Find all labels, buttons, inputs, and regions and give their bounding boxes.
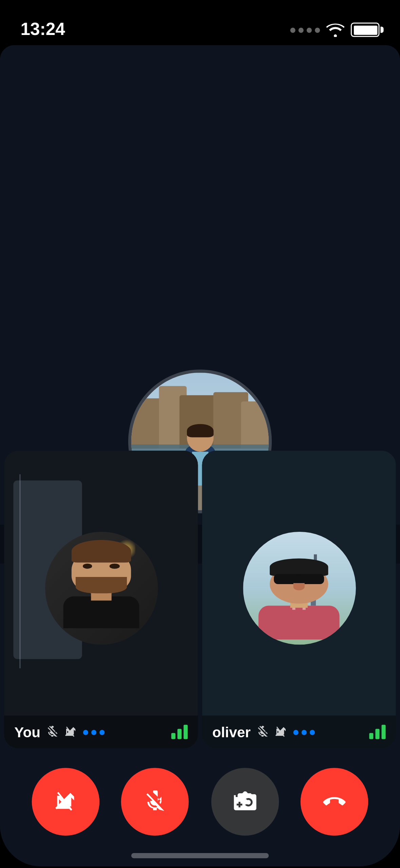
mic-toggle-button[interactable] — [121, 768, 189, 836]
end-call-icon — [323, 791, 346, 813]
oliver-avatar — [243, 532, 356, 645]
thumbnails-row: You — [0, 451, 400, 748]
you-label: You — [4, 716, 198, 748]
thumbnail-you[interactable]: You — [4, 451, 198, 748]
oliver-label: oliver — [202, 716, 396, 748]
camera-off-icon — [54, 791, 77, 813]
oliver-more-options[interactable] — [294, 729, 315, 735]
status-icons — [290, 23, 380, 37]
oliver-signal-indicator — [369, 725, 385, 739]
battery-icon — [351, 23, 380, 37]
you-camera-off-icon — [65, 726, 77, 738]
wifi-icon — [326, 23, 344, 37]
oliver-camera-off-icon — [275, 726, 287, 738]
main-call-area: khushal — [0, 45, 400, 866]
oliver-name: oliver — [212, 724, 251, 740]
flip-camera-icon — [233, 791, 256, 813]
status-time: 13:24 — [20, 19, 65, 40]
cellular-signal-icon — [290, 27, 320, 32]
you-signal-indicator — [171, 725, 188, 739]
you-mute-icon — [46, 726, 59, 738]
thumbnail-oliver[interactable]: oliver — [202, 451, 396, 748]
controls-row — [0, 768, 400, 836]
home-indicator — [131, 853, 269, 858]
oliver-mute-icon — [257, 726, 269, 738]
you-name: You — [14, 724, 40, 740]
you-more-options[interactable] — [83, 729, 105, 735]
status-bar: 13:24 — [0, 0, 400, 45]
camera-toggle-button[interactable] — [32, 768, 99, 836]
flip-camera-button[interactable] — [211, 768, 279, 836]
mic-off-icon — [144, 791, 167, 813]
you-avatar — [45, 532, 158, 645]
end-call-button[interactable] — [301, 768, 368, 836]
